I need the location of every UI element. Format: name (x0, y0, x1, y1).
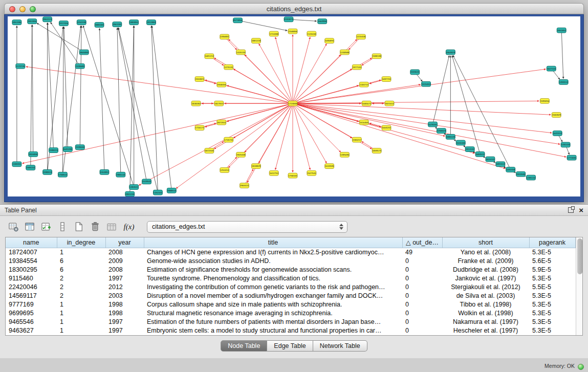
graph-edge[interactable] (259, 44, 293, 104)
graph-node[interactable]: 1913142 (465, 147, 474, 152)
table-cell[interactable]: 5.3E-5 (529, 326, 575, 335)
graph-node[interactable]: 1435145 (236, 50, 246, 55)
graph-node[interactable]: 2026050 (29, 151, 38, 157)
graph-node[interactable]: 8183074 (284, 17, 293, 22)
row-selection-button[interactable] (55, 220, 69, 233)
graph-edge[interactable] (293, 101, 539, 103)
graph-node[interactable]: 1125430 (307, 31, 316, 36)
graph-edge[interactable] (62, 27, 63, 174)
graph-node[interactable]: 1917426 (59, 21, 68, 26)
graph-node[interactable]: 1253414 (220, 168, 229, 173)
table-row[interactable]: 969969511998Structural magnetic resonanc… (6, 309, 575, 318)
tab-edge-table[interactable]: Edge Table (267, 340, 313, 352)
graph-edge[interactable] (238, 20, 288, 31)
float-panel-icon[interactable] (568, 207, 574, 213)
table-cell[interactable]: 2 (57, 291, 105, 300)
graph-node[interactable]: 2260058 (288, 29, 297, 34)
table-cell[interactable]: 14569117 (6, 291, 57, 300)
graph-edge[interactable] (433, 56, 449, 124)
table-cell[interactable]: 0 (402, 256, 442, 265)
graph-node[interactable]: 1964829 (446, 50, 455, 55)
graph-node[interactable]: 1924504 (516, 171, 526, 177)
graph-node[interactable]: 1184731 (359, 82, 368, 87)
table-cell[interactable]: 1998 (105, 300, 144, 309)
graph-node[interactable]: 1938455 (217, 82, 226, 87)
zoom-window-button[interactable] (30, 6, 36, 12)
scrollbar-thumb[interactable] (577, 238, 582, 274)
column-header-name[interactable]: name (6, 237, 57, 248)
graph-node[interactable]: 1172745 (16, 63, 25, 69)
table-cell[interactable]: 9463627 (6, 326, 57, 335)
function-builder-button[interactable]: f(x) (121, 220, 137, 233)
table-cell[interactable]: 0 (402, 274, 442, 282)
table-cell[interactable]: Embryonic stem cells: a model to study s… (144, 326, 402, 335)
table-cell[interactable]: 9699695 (6, 309, 57, 318)
table-mode-button[interactable] (6, 220, 20, 233)
graph-node[interactable]: 2320650 (75, 145, 84, 150)
graph-node[interactable]: 1595856 (540, 98, 549, 103)
table-cell[interactable]: 6 (57, 256, 105, 265)
table-row[interactable]: 946554611997Estimation of the future num… (6, 318, 575, 326)
graph-edge[interactable] (118, 28, 158, 192)
table-cell[interactable]: 2003 (105, 291, 144, 300)
graph-node[interactable]: 2320605 (75, 63, 84, 69)
import-table-button[interactable] (104, 220, 118, 233)
graph-edge[interactable] (275, 103, 293, 170)
table-cell[interactable]: Dudbridge et al. (2008) (442, 265, 529, 274)
graph-node[interactable]: 1821612 (385, 101, 394, 106)
graph-node[interactable]: 1965431 (240, 183, 249, 188)
graph-node[interactable]: 1830029 (251, 164, 260, 169)
show-columns-button[interactable] (23, 220, 36, 233)
table-cell[interactable]: Genome-wide association studies in ADHD. (144, 256, 402, 265)
table-cell[interactable]: Hescheler et al. (1997) (442, 326, 529, 335)
table-cell[interactable]: Investigating the contribution of common… (144, 282, 402, 291)
table-cell[interactable]: 5.3E-5 (529, 248, 575, 256)
graph-edge[interactable] (293, 103, 310, 170)
graph-edge[interactable] (293, 103, 560, 144)
graph-node[interactable]: 1801218 (251, 38, 260, 43)
table-cell[interactable]: Yano et al. (2008) (442, 248, 529, 256)
table-cell[interactable]: Estimation of significance thresholds fo… (144, 265, 402, 274)
table-cell[interactable]: 9777169 (6, 300, 57, 309)
graph-node[interactable]: 1714208 (269, 31, 278, 36)
graph-node[interactable]: 1750344 (288, 173, 297, 178)
graph-node[interactable]: 1258424 (437, 128, 446, 134)
table-cell[interactable]: 5.9E-5 (529, 265, 575, 274)
graph-node[interactable]: 1203511 (129, 185, 139, 190)
graph-node[interactable]: 2051856 (28, 19, 37, 24)
graph-edge[interactable] (293, 84, 421, 103)
graph-node[interactable]: 1853106 (12, 20, 21, 25)
graph-node[interactable]: 1692450 (506, 167, 515, 172)
table-cell[interactable]: Tourette syndrome. Phenomenology and cla… (144, 274, 402, 282)
table-cell[interactable]: 49 (402, 248, 442, 256)
graph-node[interactable]: 1519542 (142, 179, 151, 184)
graph-node[interactable]: 1598223 (49, 148, 58, 153)
graph-node[interactable]: 1815142 (486, 157, 495, 162)
graph-edge[interactable] (117, 28, 121, 174)
table-cell[interactable]: Changes of HCN gene expression and I(f) … (144, 248, 402, 256)
network-canvas[interactable]: 1724040160467111847311977143124850816960… (8, 16, 580, 196)
table-cell[interactable]: 2 (57, 282, 105, 291)
table-cell[interactable]: 5.6E-5 (529, 256, 575, 265)
graph-node[interactable]: 1905132 (116, 172, 125, 177)
graph-node[interactable]: 1827031 (214, 101, 224, 106)
table-cell[interactable]: 9115460 (6, 274, 57, 282)
graph-edge[interactable] (51, 22, 80, 66)
column-header-out_de[interactable]: △ out_de… (402, 237, 442, 248)
graph-node[interactable]: 1696091 (325, 38, 334, 43)
table-cell[interactable]: 0 (402, 300, 442, 309)
table-scrollbar[interactable] (576, 237, 583, 335)
graph-node[interactable]: 1205696 (340, 152, 350, 157)
graph-node[interactable]: 1641514 (553, 131, 562, 136)
graph-edge[interactable] (561, 30, 563, 78)
table-cell[interactable]: 2008 (105, 265, 144, 274)
graph-edge[interactable] (293, 39, 357, 103)
table-cell[interactable]: 1998 (105, 309, 144, 318)
column-header-pagerank[interactable]: pagerank (529, 237, 575, 248)
graph-node[interactable]: 1005104 (95, 23, 104, 28)
table-cell[interactable]: 18724007 (6, 248, 57, 256)
table-cell[interactable]: Wolkin et al. (1998) (442, 309, 529, 318)
graph-edge[interactable] (293, 103, 566, 157)
table-cell[interactable]: 0 (402, 265, 442, 274)
graph-node[interactable]: 2204217 (352, 137, 361, 142)
